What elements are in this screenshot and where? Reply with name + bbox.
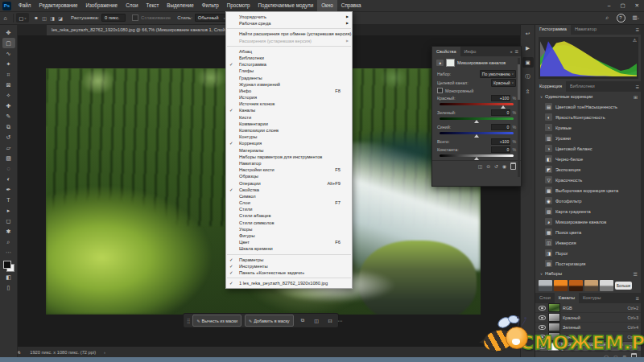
gradient-tool[interactable]: ▨ <box>2 153 15 163</box>
window-menu-item[interactable]: ИнфоF8 <box>226 88 352 94</box>
tab-Библиотеки[interactable]: Библиотеки <box>566 81 599 92</box>
selection-mode-icon-1[interactable]: ■ <box>33 14 39 21</box>
adjustment-item[interactable]: ◩Экспозиция <box>535 164 642 175</box>
menubar-item-Выделение[interactable]: Выделение <box>163 0 197 11</box>
tab-Каналы[interactable]: Каналы <box>555 293 579 303</box>
panel-menu-icon[interactable]: ☰ <box>636 27 639 32</box>
quick-selection-tool[interactable]: ✦ <box>2 59 15 69</box>
panel-info-icon[interactable]: ⓘ <box>522 72 534 82</box>
tab-Контуры[interactable]: Контуры <box>579 293 605 303</box>
window-menu-item[interactable]: Источник клонов <box>226 101 352 107</box>
invert-mask-icon[interactable]: ⧉ <box>299 316 308 325</box>
brush-tool[interactable]: ✎ <box>2 111 15 121</box>
slider-thumb[interactable] <box>474 120 479 123</box>
home-icon[interactable]: ⌂ <box>0 13 10 23</box>
window-menu-item[interactable]: ✓Инструменты <box>226 263 352 269</box>
preset-thumbnail-3[interactable] <box>569 280 583 291</box>
window-menu-item[interactable]: ЦветF6 <box>226 239 352 245</box>
window-menu-item[interactable]: История <box>226 94 352 101</box>
panel-libraries-icon[interactable]: ⇫ <box>522 86 534 97</box>
color-range-icon[interactable]: ⊙ <box>486 164 490 169</box>
panel-export-icon[interactable]: ▣ <box>522 57 534 68</box>
slider-thumb[interactable] <box>474 134 479 138</box>
menubar-item-Текст[interactable]: Текст <box>142 0 163 11</box>
window-menu-item[interactable]: Стили <box>226 206 352 212</box>
slider-track[interactable] <box>440 132 514 134</box>
history-brush-tool[interactable]: ↺ <box>2 132 15 142</box>
panel-menu-icon[interactable]: ☰ <box>636 84 639 89</box>
zoom-tool[interactable]: ⌕ <box>2 237 15 247</box>
adjustment-item[interactable]: ◔Кривые <box>535 122 642 133</box>
preset-thumbnail-4[interactable] <box>584 280 598 291</box>
window-menu-item[interactable]: Рабочая среда▶ <box>226 20 352 27</box>
eyedropper-tool[interactable]: ✧ <box>2 90 15 101</box>
foreground-color-swatch[interactable] <box>3 261 11 269</box>
slider-value-input[interactable]: 0 <box>491 124 510 130</box>
slider-thumb[interactable] <box>474 157 479 160</box>
shape-tool[interactable]: ◻ <box>2 216 15 226</box>
properties-icon[interactable]: ⊡ <box>326 316 335 325</box>
adjustment-item[interactable]: ◫Инверсия <box>535 237 642 248</box>
menubar-item-Подключаемые модули[interactable]: Подключаемые модули <box>254 0 318 11</box>
panel-actions-icon[interactable]: ▶ <box>522 43 534 53</box>
window-menu-item[interactable]: Узоры <box>226 226 352 232</box>
warning-icon[interactable]: ⚠ <box>633 38 637 43</box>
window-menu-item[interactable]: Материалы <box>226 147 352 154</box>
adjustment-item[interactable]: ◑Цветовой баланс <box>535 143 642 154</box>
maximize-button[interactable]: ▢ <box>620 0 625 11</box>
selection-mode-icon-3[interactable]: ◨ <box>49 14 56 21</box>
window-menu-item[interactable]: Упорядочить▶ <box>226 14 352 20</box>
window-menu-item[interactable]: Кисти <box>226 114 352 121</box>
window-menu-item[interactable]: Символ <box>226 193 352 200</box>
adjustment-item[interactable]: ▤Цветовой тон/Насыщенность <box>535 101 642 112</box>
preset-select[interactable]: По умолчанию˅ <box>480 70 516 78</box>
window-menu-item[interactable]: Настройки кистиF5 <box>226 167 352 173</box>
window-menu-item[interactable]: Стили абзацев <box>226 212 352 219</box>
menubar-item-Просмотр[interactable]: Просмотр <box>223 0 254 11</box>
close-button[interactable]: ✕ <box>635 0 639 11</box>
clone-stamp-tool[interactable]: ⧉ <box>2 121 15 132</box>
window-menu-item[interactable]: Градиенты <box>226 75 352 81</box>
dodge-tool[interactable]: ◐ <box>2 174 15 184</box>
subtract-from-mask-button[interactable]: ✎Вычесть из маски <box>192 315 242 327</box>
window-menu-item[interactable]: ✓Панель «Контекстные задачи» <box>226 269 352 276</box>
eraser-tool[interactable]: ▱ <box>2 142 15 153</box>
tool-preset-button[interactable]: ▢˅ <box>16 13 29 23</box>
slider-value-input[interactable]: +100 <box>491 95 510 101</box>
preset-thumbnail-5[interactable] <box>600 280 613 291</box>
mask-thumbnail[interactable] <box>446 59 455 67</box>
minimize-button[interactable]: – <box>608 0 611 11</box>
panel-history-icon[interactable]: ↩ <box>522 28 534 39</box>
adjustment-item[interactable]: ▨Карта градиента <box>535 206 642 216</box>
window-menu-item[interactable]: Наборы параметров для инструментов <box>226 154 352 160</box>
selection-mode-icon-4[interactable]: ◪ <box>57 14 64 21</box>
type-tool[interactable]: T <box>2 195 15 205</box>
window-menu-item[interactable]: Библиотеки <box>226 55 352 61</box>
adjustment-item[interactable]: ▦Выборочная коррекция цвета <box>535 185 642 195</box>
adjustment-item[interactable]: ◨Порог <box>535 248 642 258</box>
slider-value-input[interactable]: 0 <box>491 146 510 153</box>
panel-menu-icon[interactable]: ☰ <box>515 49 518 54</box>
window-menu-item[interactable]: Образцы <box>226 173 352 179</box>
slider-track[interactable] <box>440 154 514 157</box>
window-menu-item[interactable]: ✓Каналы <box>226 107 352 113</box>
window-menu-item[interactable]: Стили символов <box>226 220 352 226</box>
search-icon[interactable]: ⌕ <box>606 14 609 21</box>
tab-Навигатор[interactable]: Навигатор <box>571 24 601 35</box>
window-menu-item[interactable]: ✓Коррекция <box>226 140 352 146</box>
add-to-mask-button[interactable]: ✎Добавить в маску <box>245 315 293 327</box>
drag-handle-icon[interactable]: ⣿ <box>187 318 189 323</box>
window-menu-item[interactable]: Найти расширения при обмене (устаревшая … <box>226 31 352 37</box>
preset-thumbnail-2[interactable] <box>554 280 568 291</box>
visibility-icon[interactable]: ◉ <box>502 164 506 169</box>
rectangular-marquee-tool[interactable]: ▢ <box>2 38 15 48</box>
channel-row[interactable]: RGBCtrl+2 <box>535 303 642 313</box>
window-menu-item[interactable]: ✓Параметры <box>226 257 352 263</box>
frame-tool[interactable]: ⊠ <box>2 80 15 90</box>
help-icon[interactable]: ? <box>617 14 625 23</box>
scrollbar[interactable] <box>518 58 520 177</box>
monochrome-checkbox[interactable] <box>437 88 443 93</box>
antialias-checkbox[interactable] <box>132 14 138 21</box>
healing-brush-tool[interactable]: ✚ <box>2 101 15 111</box>
window-menu-item[interactable]: Комментарии <box>226 121 352 127</box>
